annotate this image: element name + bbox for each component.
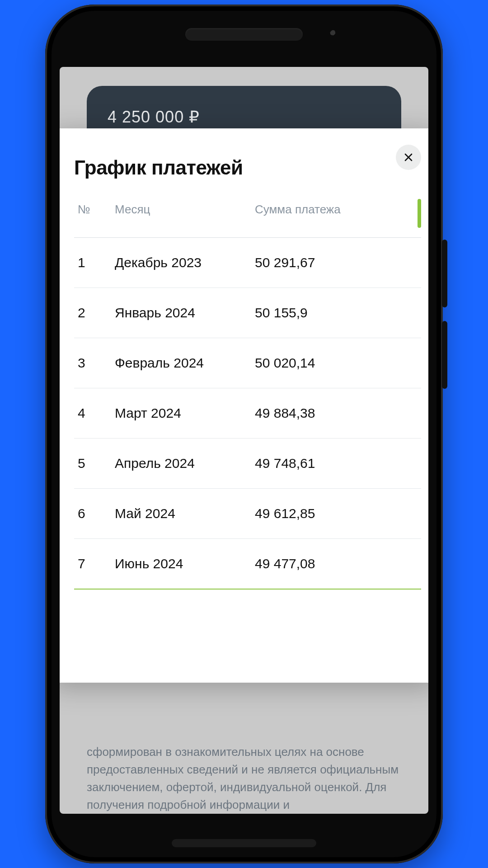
cell-amount: 50 155,9 xyxy=(255,288,421,338)
cell-number: 1 xyxy=(74,238,115,288)
cell-number: 7 xyxy=(74,539,115,590)
table-row: 7Июнь 202449 477,08 xyxy=(74,539,421,590)
modal-header: График платежей xyxy=(74,145,421,179)
cell-amount: 49 748,61 xyxy=(255,439,421,489)
phone-frame: 4 250 000 ₽ сформирован в ознакомительны… xyxy=(45,5,443,863)
col-header-month: Месяц xyxy=(115,197,255,238)
table-row: 1Декабрь 202350 291,67 xyxy=(74,238,421,288)
table-row: 2Январь 202450 155,9 xyxy=(74,288,421,338)
cell-number: 5 xyxy=(74,439,115,489)
cell-amount: 50 020,14 xyxy=(255,338,421,388)
cell-number: 2 xyxy=(74,288,115,338)
phone-camera xyxy=(330,30,338,38)
cell-month: Май 2024 xyxy=(115,489,255,539)
loan-amount: 4 250 000 ₽ xyxy=(108,108,380,127)
cell-month: Декабрь 2023 xyxy=(115,238,255,288)
cell-month: Июнь 2024 xyxy=(115,539,255,590)
close-icon xyxy=(403,152,414,163)
cell-number: 6 xyxy=(74,489,115,539)
phone-side-button xyxy=(442,240,447,307)
cell-number: 3 xyxy=(74,338,115,388)
modal-title: График платежей xyxy=(74,156,243,179)
col-header-amount: Сумма платежа xyxy=(255,197,421,238)
cell-month: Январь 2024 xyxy=(115,288,255,338)
screen: 4 250 000 ₽ сформирован в ознакомительны… xyxy=(60,67,428,814)
cell-amount: 50 291,67 xyxy=(255,238,421,288)
cell-month: Апрель 2024 xyxy=(115,439,255,489)
table-scroll-area[interactable]: № Месяц Сумма платежа 1Декабрь 202350 29… xyxy=(74,197,421,683)
cell-month: Февраль 2024 xyxy=(115,338,255,388)
cell-amount: 49 612,85 xyxy=(255,489,421,539)
scrollbar-thumb[interactable] xyxy=(418,199,421,228)
phone-side-button xyxy=(442,321,447,389)
table-row: 4Март 202449 884,38 xyxy=(74,388,421,439)
col-header-number: № xyxy=(74,197,115,238)
cell-amount: 49 884,38 xyxy=(255,388,421,439)
cell-number: 4 xyxy=(74,388,115,439)
phone-home-bar xyxy=(172,839,316,847)
payment-schedule-modal: График платежей № Месяц Сумма платежа xyxy=(60,128,428,683)
table-row: 5Апрель 202449 748,61 xyxy=(74,439,421,489)
table-row: 3Февраль 202450 020,14 xyxy=(74,338,421,388)
table-row: 6Май 202449 612,85 xyxy=(74,489,421,539)
disclaimer-text: сформирован в ознакомительных целях на о… xyxy=(87,743,401,814)
cell-amount: 49 477,08 xyxy=(255,539,421,590)
cell-month: Март 2024 xyxy=(115,388,255,439)
close-button[interactable] xyxy=(396,145,421,170)
payment-table: № Месяц Сумма платежа 1Декабрь 202350 29… xyxy=(74,197,421,590)
phone-earpiece xyxy=(185,28,303,41)
